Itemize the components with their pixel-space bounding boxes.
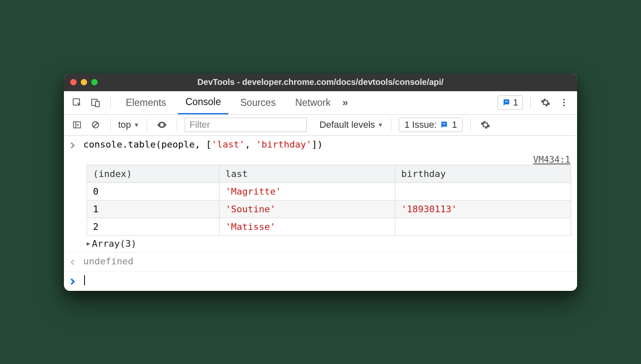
context-label: top: [118, 119, 131, 130]
object-expand[interactable]: ▶ Array(3): [87, 238, 571, 249]
console-return-row: undefined: [64, 253, 577, 272]
svg-point-6: [563, 105, 565, 106]
more-tabs-icon[interactable]: »: [342, 97, 348, 108]
console-table-output: VM434:1 (index) last birthday 0 'Magritt…: [64, 152, 577, 253]
minimize-window-button[interactable]: [81, 79, 87, 85]
issues-pill[interactable]: 1 Issue: 1: [399, 118, 462, 132]
expand-label: Array(3): [92, 238, 136, 249]
prompt-chevron-icon: [70, 277, 78, 288]
svg-rect-2: [95, 101, 99, 107]
table-cell: 'Soutine': [220, 200, 395, 218]
console-command: console.table(people, ['last', 'birthday…: [83, 139, 323, 150]
issues-pill-count: 1: [452, 119, 457, 130]
zoom-window-button[interactable]: [91, 79, 98, 85]
issues-badge-count: 1: [513, 97, 518, 108]
separator: [147, 119, 147, 131]
text-caret: [84, 275, 85, 285]
console-table: (index) last birthday 0 'Magritte' 1 'So…: [87, 165, 571, 236]
log-levels-label: Default levels: [319, 119, 375, 130]
svg-rect-9: [443, 124, 446, 124]
clear-console-icon[interactable]: [88, 118, 103, 132]
settings-icon[interactable]: [538, 95, 553, 110]
tab-sources[interactable]: Sources: [233, 91, 283, 114]
table-header[interactable]: last: [220, 165, 395, 182]
table-row[interactable]: 1 'Soutine' '18930113': [87, 200, 571, 218]
issues-pill-label: 1 Issue:: [404, 119, 437, 130]
filter-input[interactable]: [185, 118, 307, 132]
svg-rect-3: [505, 101, 508, 102]
table-cell: 'Magritte': [220, 182, 395, 200]
table-cell: 0: [87, 182, 220, 200]
table-header[interactable]: birthday: [395, 165, 571, 182]
svg-point-5: [563, 102, 565, 103]
tab-console[interactable]: Console: [178, 91, 228, 114]
context-selector[interactable]: top ▼: [118, 119, 139, 130]
window-title: DevTools - developer.chrome.com/docs/dev…: [64, 77, 577, 87]
separator: [530, 96, 531, 109]
kebab-menu-icon[interactable]: [557, 95, 571, 110]
titlebar: DevTools - developer.chrome.com/docs/dev…: [64, 74, 577, 91]
devtools-window: DevTools - developer.chrome.com/docs/dev…: [64, 74, 577, 291]
chevron-down-icon: ▼: [378, 121, 384, 128]
separator: [470, 119, 471, 131]
tab-elements[interactable]: Elements: [118, 91, 174, 114]
table-row[interactable]: 2 'Matisse': [87, 218, 571, 235]
tabbar: Elements Console Sources Network » 1: [64, 91, 577, 115]
log-levels-selector[interactable]: Default levels ▼: [319, 119, 383, 130]
live-expression-icon[interactable]: [155, 118, 169, 132]
source-link[interactable]: VM434:1: [533, 155, 570, 165]
svg-point-10: [74, 261, 75, 262]
input-chevron-icon: [70, 141, 78, 151]
traffic-lights: [70, 79, 98, 85]
table-cell: 2: [87, 218, 220, 235]
tab-network[interactable]: Network: [288, 91, 338, 114]
console-toolbar: top ▼ Default levels ▼ 1 Issue: 1: [64, 115, 577, 136]
expand-triangle-icon: ▶: [87, 240, 90, 247]
return-value: undefined: [83, 256, 133, 266]
toggle-sidebar-icon[interactable]: [70, 118, 84, 132]
separator: [391, 119, 391, 131]
console-output: console.table(people, ['last', 'birthday…: [64, 136, 577, 291]
separator: [110, 119, 111, 131]
close-window-button[interactable]: [70, 79, 77, 85]
separator: [177, 119, 177, 131]
console-prompt-row[interactable]: [64, 272, 577, 291]
table-cell: 1: [87, 200, 220, 218]
device-toggle-icon[interactable]: [88, 95, 103, 110]
output-chevron-icon: [70, 258, 78, 268]
issues-badge[interactable]: 1: [498, 95, 523, 110]
chevron-down-icon: ▼: [134, 121, 140, 128]
table-cell: '18930113': [395, 200, 571, 218]
table-cell: [395, 182, 571, 200]
table-cell: 'Matisse': [220, 218, 395, 235]
table-header[interactable]: (index): [87, 165, 220, 182]
table-cell: [395, 218, 571, 235]
inspect-element-icon[interactable]: [70, 95, 84, 110]
console-settings-icon[interactable]: [478, 118, 493, 132]
console-input-row: console.table(people, ['last', 'birthday…: [64, 136, 577, 152]
svg-point-4: [563, 99, 565, 100]
separator: [110, 96, 111, 109]
table-row[interactable]: 0 'Magritte': [87, 182, 571, 200]
